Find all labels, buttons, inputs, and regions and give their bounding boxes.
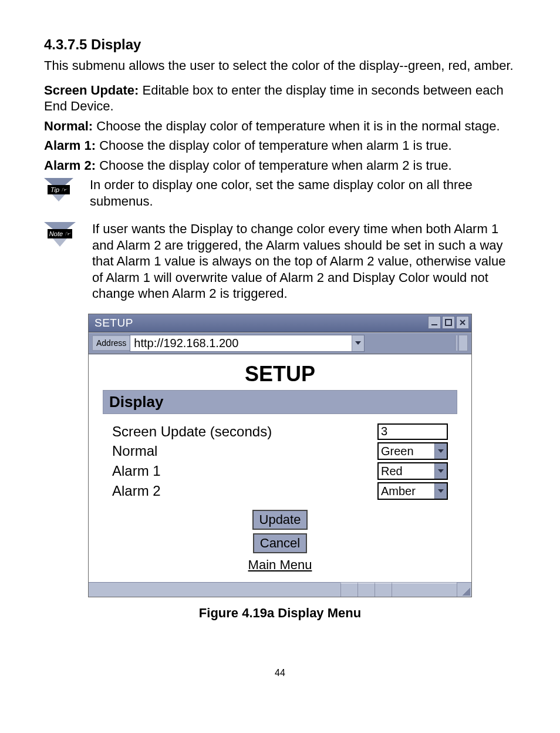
note-text: If user wants the Display to change colo… <box>92 221 516 302</box>
def-text: Choose the display color of temperature … <box>96 158 452 173</box>
note-badge-icon: Note ☞ <box>44 222 76 248</box>
minimize-button[interactable] <box>428 316 441 329</box>
main-menu-link[interactable]: Main Menu <box>103 557 457 573</box>
address-input[interactable] <box>130 335 352 351</box>
screen-update-label: Screen Update (seconds) <box>112 423 377 440</box>
def-label: Alarm 2: <box>44 158 96 173</box>
def-label: Normal: <box>44 119 93 133</box>
panel-title: Display <box>103 390 457 414</box>
svg-text:Tip ☞: Tip ☞ <box>50 186 68 193</box>
section-intro: This submenu allows the user to select t… <box>44 58 516 74</box>
alarm2-select[interactable]: Amber <box>377 482 448 500</box>
status-segment <box>375 583 392 597</box>
svg-marker-4 <box>44 222 76 229</box>
normal-select-button[interactable] <box>434 443 447 459</box>
alarm1-label: Alarm 1 <box>112 463 377 479</box>
resize-grip-icon[interactable] <box>457 583 471 597</box>
cancel-button[interactable]: Cancel <box>253 533 307 553</box>
svg-marker-3 <box>52 194 65 201</box>
go-button[interactable] <box>458 335 468 351</box>
setup-page-content: SETUP Display Screen Update (seconds) No… <box>89 354 471 582</box>
toolbar-separator <box>455 335 457 351</box>
def-label: Alarm 1: <box>44 138 96 153</box>
def-label: Screen Update: <box>44 83 139 97</box>
address-bar: Address <box>89 332 471 354</box>
chevron-down-icon <box>355 341 361 345</box>
document-page: 4.3.7.5 Display This submenu allows the … <box>0 0 560 733</box>
status-bar <box>89 582 471 597</box>
svg-rect-8 <box>431 324 437 325</box>
normal-label: Normal <box>112 443 377 459</box>
alarm2-label: Alarm 2 <box>112 483 377 499</box>
address-label: Address <box>92 335 130 351</box>
page-title: SETUP <box>103 362 457 386</box>
def-alarm2: Alarm 2: Choose the display color of tem… <box>44 157 516 174</box>
def-alarm1: Alarm 1: Choose the display color of tem… <box>44 137 516 154</box>
status-segment <box>340 583 357 597</box>
def-normal: Normal: Choose the display color of temp… <box>44 118 516 135</box>
def-screen-update: Screen Update: Editable box to enter the… <box>44 82 516 115</box>
chevron-down-icon <box>438 489 444 493</box>
chevron-down-icon <box>438 449 444 453</box>
tip-callout: Tip ☞ In order to display one color, set… <box>44 177 516 209</box>
close-button[interactable] <box>456 316 469 329</box>
window-titlebar[interactable]: SETUP <box>89 314 471 332</box>
alarm2-select-button[interactable] <box>434 483 447 499</box>
window-title: SETUP <box>89 314 424 332</box>
note-callout: Note ☞ If user wants the Display to chan… <box>44 221 516 302</box>
figure-caption: Figure 4.19a Display Menu <box>44 606 516 621</box>
def-text: Choose the display color of temperature … <box>93 119 500 133</box>
row-normal: Normal Green <box>103 441 457 461</box>
svg-marker-0 <box>44 178 73 185</box>
maximize-button[interactable] <box>442 316 455 329</box>
tip-text: In order to display one color, set the s… <box>90 177 516 209</box>
setup-window: SETUP Address <box>88 314 472 597</box>
chevron-down-icon <box>438 469 444 473</box>
row-screen-update: Screen Update (seconds) <box>103 422 457 441</box>
status-segment <box>392 583 457 597</box>
normal-select-value: Green <box>379 443 434 459</box>
normal-select[interactable]: Green <box>377 442 448 460</box>
svg-text:Note ☞: Note ☞ <box>49 230 71 237</box>
status-segment <box>357 583 375 597</box>
window-buttons <box>424 314 471 332</box>
def-text: Choose the display color of temperature … <box>96 138 452 153</box>
section-heading: 4.3.7.5 Display <box>44 36 516 53</box>
update-button[interactable]: Update <box>252 510 308 530</box>
row-alarm1: Alarm 1 Red <box>103 461 457 481</box>
screen-update-input[interactable] <box>377 423 448 440</box>
row-alarm2: Alarm 2 Amber <box>103 481 457 501</box>
page-number: 44 <box>44 668 516 678</box>
tip-badge-icon: Tip ☞ <box>44 178 73 203</box>
address-box <box>130 335 365 352</box>
alarm1-select-value: Red <box>379 463 434 479</box>
svg-marker-7 <box>53 238 67 247</box>
alarm1-select[interactable]: Red <box>377 462 448 480</box>
form-buttons: Update Cancel Main Menu <box>103 508 457 573</box>
alarm1-select-button[interactable] <box>434 463 447 479</box>
address-dropdown-button[interactable] <box>352 335 364 351</box>
alarm2-select-value: Amber <box>379 483 434 499</box>
svg-rect-9 <box>446 320 451 325</box>
